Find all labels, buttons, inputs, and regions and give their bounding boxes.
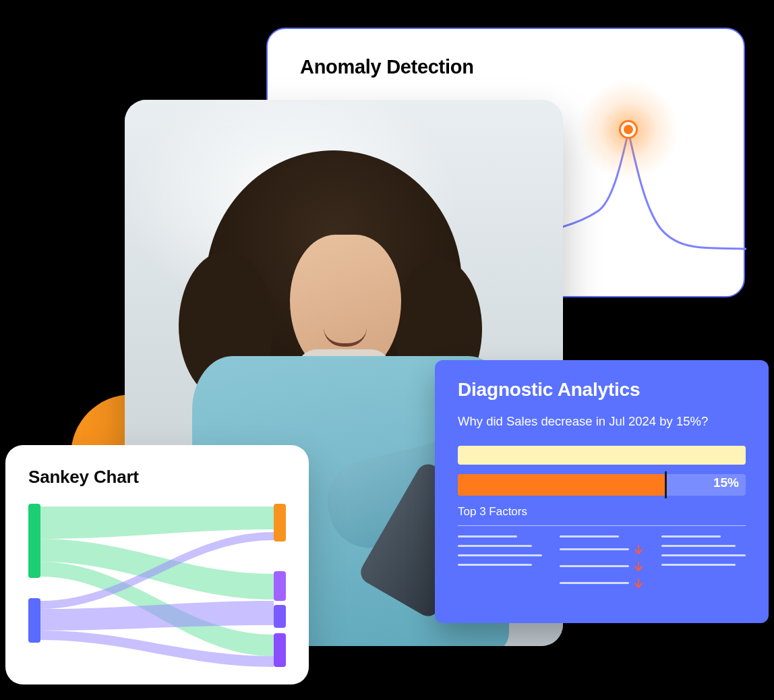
placeholder-line <box>458 564 532 566</box>
sankey-title: Sankey Chart <box>28 467 286 488</box>
placeholder-line <box>560 565 629 567</box>
placeholder-line <box>661 564 736 566</box>
diagnostic-title: Diagnostic Analytics <box>458 379 746 401</box>
current-bar: 15% <box>458 474 746 496</box>
factors-columns <box>458 535 746 595</box>
sankey-node-target-3 <box>274 605 286 628</box>
placeholder-line <box>661 545 736 547</box>
diagnostic-question: Why did Sales decrease in Jul 2024 by 15… <box>458 413 746 431</box>
stage: Anomaly Detection Sankey Chart <box>0 0 774 700</box>
factor-col-2 <box>560 535 644 595</box>
placeholder-line <box>458 545 532 547</box>
arrow-down-icon <box>634 545 643 554</box>
factors-divider <box>458 525 746 526</box>
sankey-node-target-4 <box>274 633 286 667</box>
diagnostic-card: Diagnostic Analytics Why did Sales decre… <box>435 360 769 623</box>
factors-heading: Top 3 Factors <box>458 505 746 519</box>
placeholder-line <box>560 582 629 584</box>
smile-icon <box>324 328 367 347</box>
baseline-bar <box>458 446 746 465</box>
placeholder-line <box>458 535 517 537</box>
placeholder-line <box>560 535 619 537</box>
anomaly-title: Anomaly Detection <box>300 56 711 78</box>
sankey-chart <box>28 500 286 668</box>
factor-col-3 <box>661 535 746 595</box>
arrow-down-icon <box>634 562 643 571</box>
placeholder-line <box>661 554 746 556</box>
anomaly-point-icon <box>621 122 636 137</box>
decrease-pct-label: 15% <box>713 475 739 490</box>
baseline-bar-fill <box>458 446 746 465</box>
sankey-node-target-2 <box>274 571 286 601</box>
sankey-card: Sankey Chart <box>5 445 309 684</box>
sankey-node-source-a <box>28 504 40 578</box>
current-bar-fill <box>458 474 665 496</box>
sankey-node-source-b <box>28 598 40 643</box>
placeholder-line <box>661 535 721 537</box>
current-bar-tick <box>665 471 667 498</box>
placeholder-line <box>458 554 542 556</box>
factor-col-1 <box>458 535 542 595</box>
sankey-node-target-1 <box>274 504 286 542</box>
arrow-down-icon <box>634 579 643 588</box>
placeholder-line <box>560 548 629 550</box>
